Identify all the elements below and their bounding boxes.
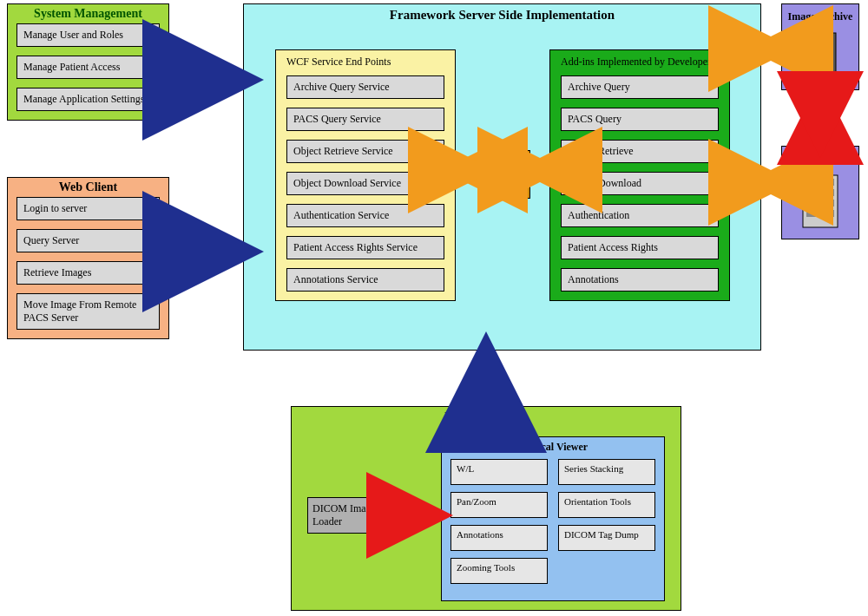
list-item: Patient Access Rights Service	[286, 236, 444, 259]
addins-title: Add-ins Implemented by Developer	[561, 56, 719, 69]
dicom-image-loader-box: DICOM Image Loader	[307, 497, 394, 534]
svg-rect-6	[806, 189, 834, 196]
list-item: Pan/Zoom	[450, 492, 548, 518]
list-item: Object Retrieve Service	[286, 140, 444, 163]
svg-rect-1	[808, 36, 817, 75]
svg-rect-2	[820, 38, 832, 43]
list-item: Archive Query Service	[286, 75, 444, 99]
list-item: Archive Query	[561, 75, 719, 99]
list-item: PACS Query Service	[286, 108, 444, 131]
list-item: DICOM Tag Dump	[558, 525, 655, 551]
medical-viewer-panel: Medical Viewer W/L Pan/Zoom Annotations …	[441, 436, 665, 601]
image-archive-box: Image Archive	[781, 3, 859, 90]
list-item: W/L	[450, 459, 548, 485]
list-item: Manage User and Roles	[16, 23, 160, 47]
html5-viewer-title: HTML5 Viewer	[292, 407, 681, 427]
framework-panel: Framework Server Side Implementation WCF…	[243, 3, 761, 351]
list-item: Patient Access Rights	[561, 236, 719, 259]
list-item: Orientation Tools	[558, 492, 655, 518]
medical-viewer-title: Medical Viewer	[450, 441, 655, 454]
svg-rect-5	[806, 179, 834, 186]
list-item: Annotations Service	[286, 268, 444, 292]
framework-title: Framework Server Side Implementation	[244, 4, 760, 25]
system-management-title: System Management	[16, 4, 160, 23]
wcf-endpoints-panel: WCF Service End Points Archive Query Ser…	[275, 49, 456, 301]
list-item: Move Image From Remote PACS Server	[16, 293, 160, 330]
server-icon	[782, 168, 858, 233]
svg-rect-3	[820, 47, 832, 52]
list-item: Authentication	[561, 204, 719, 227]
list-item: Object Retrieve	[561, 140, 719, 163]
list-item: Annotations	[450, 525, 548, 551]
addins-panel: Add-ins Implemented by Developer Archive…	[549, 49, 730, 301]
list-item: Zooming Tools	[450, 558, 548, 584]
list-item: Annotations	[561, 268, 719, 292]
list-item: Retrieve Images	[16, 261, 160, 285]
list-item: Manage Patient Access	[16, 56, 160, 79]
image-archive-title: Image Archive	[782, 8, 858, 26]
list-item: Series Stacking	[558, 459, 655, 485]
database-server-box: Database Server	[781, 146, 859, 239]
wcf-title: WCF Service End Points	[286, 56, 444, 69]
web-client-title: Web Client	[16, 178, 160, 197]
list-item: Manage Application Settings	[16, 88, 160, 111]
list-item: Object Download Service	[286, 172, 444, 195]
list-item: Authentication Service	[286, 204, 444, 227]
list-item: Login to server	[16, 197, 160, 220]
list-item: PACS Query	[561, 108, 719, 131]
list-item: Query Server	[16, 229, 160, 252]
system-management-panel: System Management Manage User and Roles …	[7, 3, 169, 121]
server-icon	[782, 26, 858, 85]
svg-rect-8	[806, 210, 834, 217]
list-item: Object Download	[561, 172, 719, 195]
web-client-panel: Web Client Login to server Query Server …	[7, 177, 169, 339]
addins-factory-box: Add-Ins Factory	[482, 150, 530, 199]
html5-viewer-panel: HTML5 Viewer DICOM Image Loader Medical …	[291, 406, 681, 611]
svg-rect-7	[806, 200, 834, 206]
database-server-title: Database Server	[782, 150, 858, 168]
